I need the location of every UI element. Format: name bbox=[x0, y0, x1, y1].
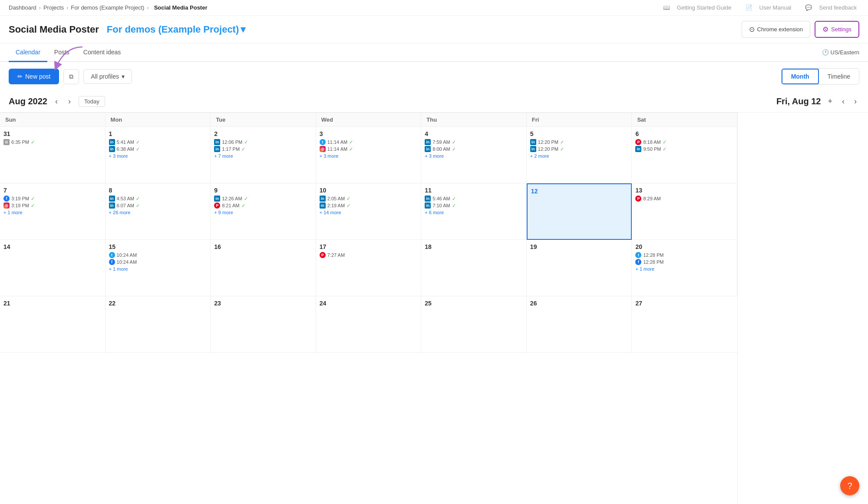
more-link-20[interactable]: + 1 more bbox=[635, 266, 733, 272]
event-1-2[interactable]: in 6:38 AM ✓ bbox=[109, 146, 207, 152]
event-2-1[interactable]: in 12:06 PM ✓ bbox=[214, 139, 312, 145]
event-1-1[interactable]: in 5:41 AM ✓ bbox=[109, 139, 207, 145]
more-link-11[interactable]: + 6 more bbox=[425, 210, 523, 215]
day-num-23: 23 bbox=[214, 300, 312, 307]
help-button[interactable]: ? bbox=[840, 476, 859, 495]
breadcrumb-dashboard[interactable]: Dashboard bbox=[9, 4, 36, 11]
event-2-2[interactable]: in 1:17 PM ✓ bbox=[214, 146, 312, 152]
day-cell-17[interactable]: 17 P 7:27 AM bbox=[316, 240, 422, 296]
event-8-2[interactable]: in 6:07 AM ✓ bbox=[109, 202, 207, 209]
calendar-wrapper: Sun Mon Tue Wed Thu Fri Sat 31 G 6:35 PM… bbox=[0, 113, 868, 504]
event-31-1[interactable]: G 6:35 PM ✓ bbox=[3, 139, 102, 145]
event-7-2[interactable]: ◎ 3:19 PM ✓ bbox=[3, 202, 102, 209]
more-link-10[interactable]: + 14 more bbox=[320, 210, 418, 215]
project-name-link[interactable]: For demos (Example Project) ▾ bbox=[107, 24, 245, 35]
day-cell-26[interactable]: 26 bbox=[527, 296, 632, 353]
new-post-button[interactable]: ✏ New post bbox=[9, 69, 59, 84]
today-button[interactable]: Today bbox=[79, 96, 105, 107]
event-15-2[interactable]: f 10:24 AM bbox=[109, 259, 207, 265]
event-3-2[interactable]: ◎ 11:14 AM ✓ bbox=[320, 146, 418, 152]
day-cell-6[interactable]: 6 P 8:18 AM ✓ in 9:50 PM ✓ bbox=[632, 127, 737, 183]
day-cell-4[interactable]: 4 in 7:59 AM ✓ in 8:00 AM ✓ + 3 more bbox=[421, 127, 527, 183]
next-month-button[interactable]: › bbox=[66, 96, 73, 107]
day-cell-3[interactable]: 3 t 11:14 AM ✓ ◎ 11:14 AM ✓ + 3 more bbox=[316, 127, 422, 183]
day-cell-25[interactable]: 25 bbox=[421, 296, 527, 353]
event-15-1[interactable]: t 10:24 AM bbox=[109, 252, 207, 258]
day-cell-27[interactable]: 27 bbox=[632, 296, 737, 353]
event-5-1[interactable]: in 12:20 PM ✓ bbox=[530, 139, 628, 145]
day-cell-22[interactable]: 22 bbox=[106, 296, 211, 353]
timeline-view-button[interactable]: Timeline bbox=[819, 69, 859, 84]
more-link-4[interactable]: + 3 more bbox=[425, 153, 523, 159]
day-cell-5[interactable]: 5 in 12:20 PM ✓ in 12:20 PM ✓ + 2 more bbox=[527, 127, 632, 183]
more-link-1[interactable]: + 3 more bbox=[109, 153, 207, 159]
breadcrumb-projects[interactable]: Projects bbox=[43, 4, 64, 11]
day-cell-18[interactable]: 18 bbox=[421, 240, 527, 296]
more-link-7[interactable]: + 1 more bbox=[3, 210, 102, 215]
more-link-5[interactable]: + 2 more bbox=[530, 153, 628, 159]
day-cell-13[interactable]: 13 P 8:29 AM bbox=[632, 183, 737, 240]
feedback-icon: 💬 bbox=[805, 4, 812, 11]
more-link-15[interactable]: + 1 more bbox=[109, 266, 207, 272]
linkedin-icon: in bbox=[214, 196, 220, 202]
settings-button[interactable]: ⚙ Settings bbox=[815, 21, 859, 38]
day-cell-7[interactable]: 7 f 3:19 PM ✓ ◎ 3:19 PM ✓ + 1 more bbox=[0, 183, 106, 240]
event-8-1[interactable]: in 4:53 AM ✓ bbox=[109, 196, 207, 202]
event-11-2[interactable]: in 7:10 AM ✓ bbox=[425, 202, 523, 209]
day-cell-1[interactable]: 1 in 5:41 AM ✓ in 6:38 AM ✓ + 3 more bbox=[106, 127, 211, 183]
detail-add-button[interactable]: + bbox=[825, 96, 835, 107]
day-cell-9[interactable]: 9 in 12:26 AM ✓ P 8:21 AM ✓ + 9 more bbox=[211, 183, 316, 240]
day-cell-12-today[interactable]: 12 bbox=[527, 183, 632, 240]
day-cell-24[interactable]: 24 bbox=[316, 296, 422, 353]
day-cell-14[interactable]: 14 bbox=[0, 240, 106, 296]
day-cell-8[interactable]: 8 in 4:53 AM ✓ in 6:07 AM ✓ + 26 more bbox=[106, 183, 211, 240]
event-13-1[interactable]: P 8:29 AM bbox=[635, 196, 733, 202]
event-10-2[interactable]: in 2:19 AM ✓ bbox=[320, 202, 418, 209]
prev-month-button[interactable]: ‹ bbox=[53, 96, 60, 107]
user-manual-link[interactable]: 📄 User Manual bbox=[743, 4, 794, 11]
event-10-1[interactable]: in 2:05 AM ✓ bbox=[320, 196, 418, 202]
more-link-8[interactable]: + 26 more bbox=[109, 210, 207, 215]
event-6-2[interactable]: in 9:50 PM ✓ bbox=[635, 146, 733, 152]
event-6-1[interactable]: P 8:18 AM ✓ bbox=[635, 139, 733, 145]
day-cell-11[interactable]: 11 in 5:46 AM ✓ in 7:10 AM ✓ + 6 more bbox=[421, 183, 527, 240]
more-link-2[interactable]: + 7 more bbox=[214, 153, 312, 159]
event-17-1[interactable]: P 7:27 AM bbox=[320, 252, 418, 258]
event-4-1[interactable]: in 7:59 AM ✓ bbox=[425, 139, 523, 145]
day-cell-21[interactable]: 21 bbox=[0, 296, 106, 353]
event-5-2[interactable]: in 12:20 PM ✓ bbox=[530, 146, 628, 152]
day-num-26: 26 bbox=[530, 300, 628, 307]
day-cell-15[interactable]: 15 t 10:24 AM f 10:24 AM + 1 more bbox=[106, 240, 211, 296]
tab-calendar[interactable]: Calendar bbox=[9, 43, 47, 62]
header-actions: ⊙ Chrome extension ⚙ Settings bbox=[742, 21, 859, 38]
event-7-1[interactable]: f 3:19 PM ✓ bbox=[3, 196, 102, 202]
event-20-1[interactable]: t 12:28 PM bbox=[635, 252, 733, 258]
day-cell-23[interactable]: 23 bbox=[211, 296, 316, 353]
more-link-9[interactable]: + 9 more bbox=[214, 210, 312, 215]
event-11-1[interactable]: in 5:46 AM ✓ bbox=[425, 196, 523, 202]
day-cell-20[interactable]: 20 t 12:28 PM f 12:28 PM + 1 more bbox=[632, 240, 737, 296]
event-9-2[interactable]: P 8:21 AM ✓ bbox=[214, 202, 312, 209]
profiles-dropdown[interactable]: All profiles ▾ bbox=[83, 69, 132, 84]
event-4-2[interactable]: in 8:00 AM ✓ bbox=[425, 146, 523, 152]
breadcrumb-project[interactable]: For demos (Example Project) bbox=[71, 4, 144, 11]
month-view-button[interactable]: Month bbox=[782, 69, 819, 84]
day-cell-16[interactable]: 16 bbox=[211, 240, 316, 296]
event-20-2[interactable]: f 12:28 PM bbox=[635, 259, 733, 265]
tab-content-ideas[interactable]: Content ideas bbox=[76, 43, 128, 62]
getting-started-link[interactable]: 📖 Getting Started Guide bbox=[660, 4, 734, 11]
day-cell-19[interactable]: 19 bbox=[527, 240, 632, 296]
detail-next-button[interactable]: › bbox=[851, 96, 859, 107]
detail-prev-button[interactable]: ‹ bbox=[839, 96, 847, 107]
day-cell-10[interactable]: 10 in 2:05 AM ✓ in 2:19 AM ✓ + 14 more bbox=[316, 183, 422, 240]
day-cell-31[interactable]: 31 G 6:35 PM ✓ bbox=[0, 127, 106, 183]
chrome-extension-button[interactable]: ⊙ Chrome extension bbox=[742, 21, 811, 38]
more-link-3[interactable]: + 3 more bbox=[320, 153, 418, 159]
event-3-1[interactable]: t 11:14 AM ✓ bbox=[320, 139, 418, 145]
event-9-1[interactable]: in 12:26 AM ✓ bbox=[214, 196, 312, 202]
copy-icon: ⧉ bbox=[69, 73, 73, 80]
send-feedback-link[interactable]: 💬 Send feedback bbox=[802, 4, 859, 11]
duplicate-button[interactable]: ⧉ bbox=[63, 69, 79, 84]
day-cell-2[interactable]: 2 in 12:06 PM ✓ in 1:17 PM ✓ + 7 more bbox=[211, 127, 316, 183]
tab-posts[interactable]: Posts bbox=[47, 43, 76, 62]
